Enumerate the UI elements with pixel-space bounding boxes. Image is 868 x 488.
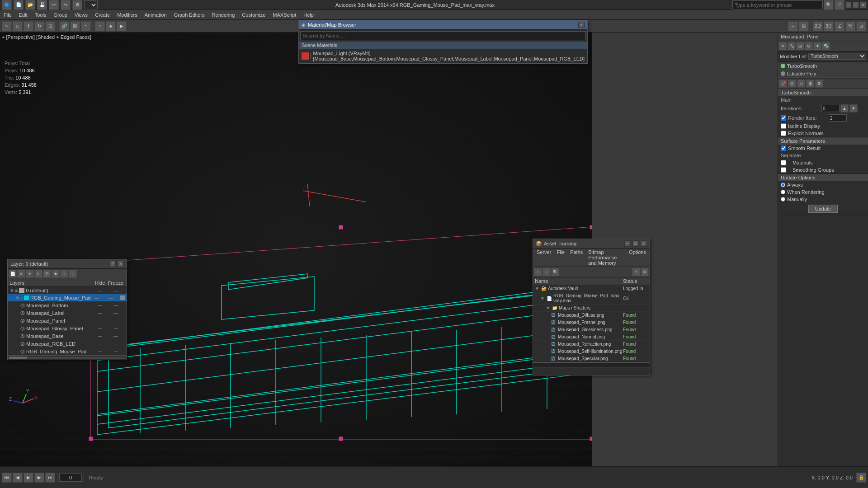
layer-hide-check[interactable]: — xyxy=(93,333,107,338)
layer-freeze-check[interactable]: — xyxy=(107,318,125,323)
layer-select-btn[interactable]: ↖ xyxy=(34,270,42,278)
layer-item[interactable]: ◎ Mousepad_Base — — xyxy=(8,332,127,340)
layer-item[interactable]: ◎ Mousepad_RGB_LED — — xyxy=(8,340,127,347)
rotate-btn[interactable]: ↻ xyxy=(34,21,44,31)
align-btn[interactable]: ⊞ xyxy=(799,21,809,31)
layer-hide-check[interactable]: — xyxy=(93,326,107,331)
asset-menu-server[interactable]: Server xyxy=(534,249,554,266)
asset-item[interactable]: 🖼 Mousepad_Self-illumination.png Found xyxy=(533,348,650,355)
render-setup-btn[interactable]: ⚙ xyxy=(72,0,82,10)
turbosmooth-header[interactable]: TurboSmooth xyxy=(778,89,868,96)
select-btn[interactable]: ↖ xyxy=(2,21,12,31)
layer-help-btn[interactable]: ? xyxy=(109,261,116,267)
prev-frame-btn[interactable]: ◀ xyxy=(13,473,23,483)
layer-hide-check[interactable]: — xyxy=(93,288,107,293)
mirror-btn[interactable]: ↔ xyxy=(788,21,798,31)
save-btn[interactable]: 💾 xyxy=(37,0,47,10)
remove-modifier-btn[interactable]: 🗑 xyxy=(806,80,814,88)
layer-freeze-check[interactable]: — xyxy=(107,349,125,354)
redo-btn[interactable]: ↪ xyxy=(61,0,71,10)
layer-create-btn[interactable]: 📄 xyxy=(9,270,17,278)
layer-freeze-check[interactable]: — xyxy=(107,341,125,346)
select-region-btn[interactable]: □ xyxy=(13,21,23,31)
search-input[interactable] xyxy=(732,0,823,9)
layer-select-objs-btn[interactable]: ⊞ xyxy=(43,270,51,278)
layer-item[interactable]: ▼ ≡ RGB_Gaming_Mouse_Pad — — xyxy=(8,294,127,301)
modifier-dropdown[interactable]: TurboSmooth Editable Poly xyxy=(808,53,866,60)
motion-tab-btn[interactable]: ⊙ xyxy=(805,42,813,50)
layer-scrollbar[interactable] xyxy=(8,355,127,360)
editable-poly-modifier[interactable]: Editable Poly xyxy=(778,70,868,78)
percent-snap-btn[interactable]: % xyxy=(845,21,855,31)
layer-mgr-btn[interactable]: ≡ xyxy=(95,21,105,31)
asset-menu-file[interactable]: File xyxy=(554,249,567,266)
turbosmooth-modifier[interactable]: TurboSmooth xyxy=(778,62,868,70)
update-button[interactable]: Update xyxy=(808,205,838,213)
snap-3d-btn[interactable]: 3D xyxy=(824,21,834,31)
open-btn[interactable]: 📂 xyxy=(25,0,35,10)
render-iters-checkbox[interactable] xyxy=(781,115,786,121)
menu-graph-editors[interactable]: Graph Editors xyxy=(170,10,208,20)
layer-item[interactable]: ◎ Mousepad_Bottom — — xyxy=(8,301,127,309)
hierarchy-tab-btn[interactable]: ⊞ xyxy=(796,42,804,50)
workspace-dropdown[interactable]: Workspace: Default xyxy=(84,0,98,9)
asset-item[interactable]: ▼ 🔐 Autodesk Vault Logged In xyxy=(533,285,650,292)
asset-btn-1[interactable]: ↑ xyxy=(534,268,542,276)
layer-hide-check[interactable]: — xyxy=(93,349,107,354)
render-btn[interactable]: ▶ xyxy=(117,21,127,31)
minimize-btn[interactable]: − xyxy=(845,2,852,8)
layer-add-objects-btn[interactable]: + xyxy=(26,270,34,278)
iterations-down[interactable]: ▼ xyxy=(849,104,858,113)
menu-rendering[interactable]: Rendering xyxy=(208,10,239,20)
asset-help-btn[interactable]: ? xyxy=(632,268,640,276)
layer-close-btn[interactable]: × xyxy=(118,261,124,267)
when-rendering-radio[interactable] xyxy=(781,190,785,194)
explicit-normals-checkbox[interactable] xyxy=(781,131,786,136)
play-anim-btn[interactable]: ▶ xyxy=(24,473,33,483)
asset-item[interactable]: 🖼 Mousepad_Glossiness.png Found xyxy=(533,326,650,333)
layer-item[interactable]: ◎ Mousepad_Panel — — xyxy=(8,317,127,324)
viewport-area[interactable]: X Y Z + [Perspective] [Shaded + Edged Fa… xyxy=(0,33,592,466)
layer-freeze-check[interactable]: — xyxy=(107,310,125,315)
smoothing-groups-checkbox[interactable] xyxy=(781,167,786,173)
asset-maximize-btn[interactable]: □ xyxy=(632,240,639,247)
material-item[interactable]: Mouspad_Light (VRayMtl) [Mousepad_Base,M… xyxy=(299,49,587,63)
last-frame-btn[interactable]: ⏭ xyxy=(45,473,55,483)
layer-freeze-check[interactable]: — xyxy=(103,296,119,300)
scene-materials-header[interactable]: Scene Materials xyxy=(299,42,587,49)
asset-minimize-btn[interactable]: − xyxy=(624,240,631,247)
layer-hide-check[interactable]: — xyxy=(93,303,107,308)
asset-item[interactable]: ▼ 📁 Maps / Shaders xyxy=(533,305,650,312)
show-end-result-btn[interactable]: ◎ xyxy=(788,80,796,88)
isoline-checkbox[interactable] xyxy=(781,123,786,129)
always-radio[interactable] xyxy=(781,183,785,187)
update-options-header[interactable]: Update Options xyxy=(778,174,868,181)
layer-scrollbar-thumb[interactable] xyxy=(9,357,27,359)
close-btn[interactable]: × xyxy=(860,2,866,8)
layer-freeze-check[interactable]: — xyxy=(107,333,125,338)
layer-freeze-check[interactable]: — xyxy=(107,288,125,293)
layer-item[interactable]: ◎ Mousepad_Label — — xyxy=(8,309,127,317)
spinner-snap-btn[interactable]: ⊿ xyxy=(856,21,866,31)
layer-freeze-check[interactable]: — xyxy=(107,326,125,331)
menu-modifiers[interactable]: Modifiers xyxy=(113,10,141,20)
layer-item[interactable]: ◎ RGB_Gaming_Mouse_Pad — — xyxy=(8,347,127,355)
asset-item[interactable]: 🖼 Mousepad_Fresnel.png Found xyxy=(533,319,650,326)
asset-item[interactable]: 🖼 Mousepad_Specular.png Found xyxy=(533,355,650,362)
pin-stack-btn[interactable]: 📌 xyxy=(779,80,787,88)
bind-btn[interactable]: ~ xyxy=(81,21,91,31)
asset-item[interactable]: 🖼 Mousepad_Refraction.png Found xyxy=(533,341,650,348)
asset-menu-bitmap[interactable]: Bitmap Performance and Memory xyxy=(585,249,626,266)
undo-btn[interactable]: ↩ xyxy=(49,0,59,10)
next-frame-btn[interactable]: ▶ xyxy=(34,473,44,483)
layer-hide-check[interactable]: — xyxy=(93,318,107,323)
menu-edit[interactable]: Edit xyxy=(15,10,31,20)
asset-scrollbar-horizontal[interactable] xyxy=(533,362,650,367)
asset-close-btn[interactable]: × xyxy=(641,240,647,247)
menu-maxscript[interactable]: MAXScript xyxy=(269,10,300,20)
menu-group[interactable]: Group xyxy=(50,10,71,20)
layer-item[interactable]: ▼ ≡ 0 (default) — — xyxy=(8,287,127,294)
snap-2d-btn[interactable]: 2D xyxy=(813,21,823,31)
layer-delete-btn[interactable]: ✕ xyxy=(17,270,25,278)
help-btn[interactable]: ? xyxy=(835,0,844,10)
